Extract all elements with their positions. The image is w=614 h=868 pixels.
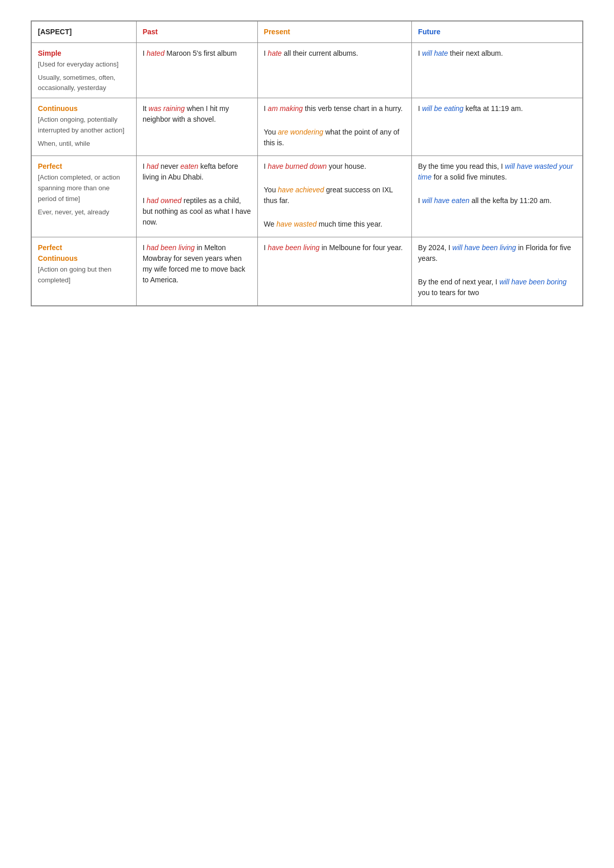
perfect-continuous-present-cell: I have been living in Melboune for four …: [257, 237, 412, 306]
simple-past-cell: I hated Maroon 5's first album: [136, 43, 257, 98]
row-perfect: Perfect [Action completed, or action spa…: [32, 156, 583, 237]
continuous-present-cell: I am making this verb tense chart in a h…: [257, 98, 412, 156]
simple-future-cell: I will hate their next album.: [412, 43, 583, 98]
main-table: [ASPECT] Past Present Future Simple [Use…: [31, 20, 583, 306]
row-continuous: Continuous [Action ongoing, potentially …: [32, 98, 583, 156]
aspect-continuous-cell: Continuous [Action ongoing, potentially …: [32, 98, 137, 156]
header-past: Past: [136, 21, 257, 43]
continuous-future-cell: I will be eating kefta at 11:19 am.: [412, 98, 583, 156]
perfect-future-cell: By the time you read this, I will have w…: [412, 156, 583, 237]
perfect-continuous-past-cell: I had been living in Melton Mowbray for …: [136, 237, 257, 306]
row-perfect-continuous: Perfect Continuous [Action on going but …: [32, 237, 583, 306]
aspect-perfect-continuous-cell: Perfect Continuous [Action on going but …: [32, 237, 137, 306]
continuous-past-cell: It was raining when I hit my neighbor wi…: [136, 98, 257, 156]
perfect-continuous-future-cell: By 2024, I will have been living in Flor…: [412, 237, 583, 306]
header-aspect: [ASPECT]: [32, 21, 137, 43]
perfect-present-cell: I have burned down your house. You have …: [257, 156, 412, 237]
header-future: Future: [412, 21, 583, 43]
header-present: Present: [257, 21, 412, 43]
aspect-simple-cell: Simple [Used for everyday actions] Usual…: [32, 43, 137, 98]
simple-present-cell: I hate all their current albums.: [257, 43, 412, 98]
row-simple: Simple [Used for everyday actions] Usual…: [32, 43, 583, 98]
perfect-past-cell: I had never eaten kefta before living in…: [136, 156, 257, 237]
aspect-perfect-cell: Perfect [Action completed, or action spa…: [32, 156, 137, 237]
